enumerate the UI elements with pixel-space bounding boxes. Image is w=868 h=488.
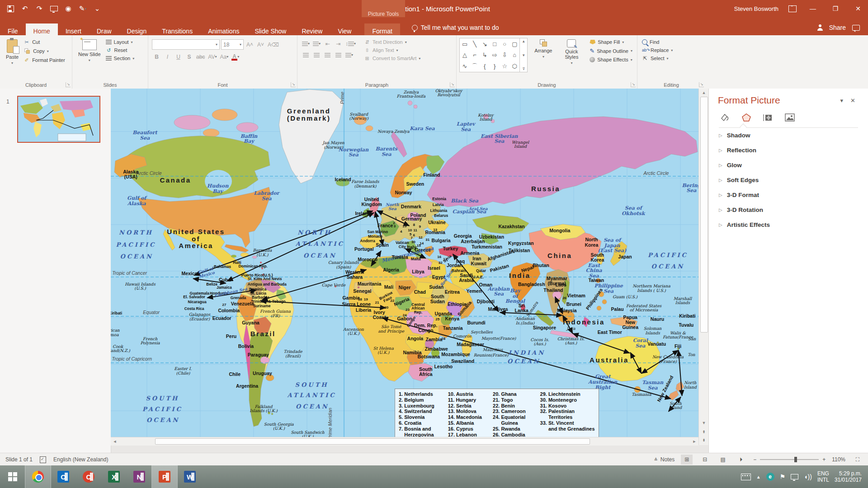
bold-button[interactable]: B	[152, 52, 161, 61]
fit-slide-to-window-button[interactable]: ⛶	[852, 455, 863, 465]
taskbar-powerpoint[interactable]: P	[152, 465, 177, 488]
shape-glyph-0[interactable]: ▭	[462, 41, 467, 47]
ribbon-display-options-icon[interactable]	[788, 5, 797, 12]
next-slide-button[interactable]: ⇟	[699, 438, 709, 442]
start-button[interactable]	[0, 465, 25, 488]
increase-font-button[interactable]: A˄	[245, 40, 255, 49]
vertical-scroll-thumb[interactable]	[700, 97, 708, 333]
pane-section-reflection[interactable]: ▷Reflection	[718, 143, 859, 158]
pane-menu-icon[interactable]: ▾	[837, 97, 847, 104]
normal-view-button[interactable]: ⊞	[681, 455, 693, 465]
clear-formatting-button[interactable]: A⌫	[267, 40, 280, 49]
start-slideshow-icon[interactable]	[50, 5, 58, 12]
zoom-slider[interactable]: − +	[753, 456, 826, 463]
convert-smartart-button[interactable]: ⊞Convert to SmartArt▾	[362, 54, 422, 62]
align-text-button[interactable]: ⇳Align Text▾	[362, 46, 422, 54]
slideshow-view-button[interactable]: ⏵	[735, 455, 747, 465]
shape-glyph-14[interactable]: {	[484, 63, 486, 70]
text-direction-button[interactable]: ⇵Text Direction▾	[362, 38, 422, 46]
shape-glyph-12[interactable]: ∿	[462, 63, 467, 70]
tell-me-box[interactable]: Tell me what you want to do	[412, 24, 499, 35]
pane-section-artistic-effects[interactable]: ▷Artistic Effects	[718, 217, 859, 232]
horizontal-scroll-thumb[interactable]	[155, 438, 590, 445]
section-button[interactable]: Section▾	[104, 54, 137, 62]
previous-slide-button[interactable]: ⇞	[699, 430, 709, 434]
effects-icon[interactable]	[741, 112, 752, 123]
close-button[interactable]: ✕	[848, 0, 868, 17]
paragraph-dialog-launcher[interactable]: ↘	[450, 82, 455, 87]
paste-button[interactable]: Paste▾	[3, 38, 22, 66]
pane-close-icon[interactable]: ✕	[847, 97, 859, 104]
italic-button[interactable]: I	[163, 52, 172, 61]
shape-glyph-6[interactable]: △	[462, 52, 467, 58]
justify-button[interactable]	[334, 51, 343, 59]
bullets-button[interactable]: ▾	[301, 39, 311, 48]
shape-glyph-5[interactable]: ▢	[512, 41, 517, 47]
shape-glyph-9[interactable]: ⇨	[492, 52, 497, 58]
strikethrough-button[interactable]: abc	[195, 52, 206, 61]
slide-canvas-map-picture[interactable]: Greenland(Denmark)Jan Mayen(Norway)Svalb…	[111, 89, 698, 445]
taskbar-word[interactable]: W	[177, 465, 203, 488]
minimize-button[interactable]: —	[803, 0, 823, 17]
zoom-thumb[interactable]	[794, 457, 797, 462]
arrange-button[interactable]: Arrange▾	[531, 38, 555, 60]
drawing-dialog-launcher[interactable]: ↘	[631, 82, 636, 87]
touch-keyboard-icon[interactable]	[741, 474, 751, 480]
scroll-down-icon[interactable]: ▼	[699, 421, 709, 425]
shape-fill-button[interactable]: Shape Fill▾	[588, 38, 634, 46]
fill-and-line-icon[interactable]	[719, 112, 731, 123]
pane-section-shadow[interactable]: ▷Shadow	[718, 128, 859, 143]
shape-glyph-10[interactable]: ⇩	[502, 52, 507, 58]
size-properties-icon[interactable]	[762, 112, 774, 123]
clipboard-dialog-launcher[interactable]: ↘	[66, 82, 71, 87]
font-name-combo[interactable]: ▾	[152, 39, 220, 50]
decrease-indent-button[interactable]: ⇤	[323, 39, 332, 48]
zoom-in-icon[interactable]: +	[822, 456, 826, 463]
find-button[interactable]: Find	[640, 38, 703, 46]
cut-button[interactable]: ✂Cut	[22, 38, 67, 46]
gallery-down-icon[interactable]: ▼	[522, 53, 525, 57]
underline-button[interactable]: U	[174, 52, 183, 61]
font-size-combo[interactable]: 18▾	[221, 39, 244, 50]
shape-glyph-8[interactable]: ↳	[482, 52, 487, 58]
shapes-gallery[interactable]: ▭╲↘□○▢△⌐↳⇨⇩⌂∿⌒{}☆⬡ ▲▼⊽	[459, 38, 528, 72]
comments-icon[interactable]	[852, 25, 860, 31]
decrease-font-button[interactable]: A˅	[256, 40, 265, 49]
scroll-left-icon[interactable]: ◄	[111, 439, 119, 444]
taskbar-ccleaner[interactable]: C	[76, 465, 101, 488]
touch-mode-icon[interactable]: ◉	[64, 5, 72, 12]
save-icon[interactable]	[6, 5, 14, 12]
spellcheck-icon[interactable]	[40, 456, 46, 463]
restore-button[interactable]: ❐	[826, 0, 845, 17]
shape-glyph-13[interactable]: ⌒	[472, 62, 478, 70]
language-tray[interactable]: ENGINTL	[817, 470, 829, 483]
network-icon[interactable]	[791, 474, 798, 479]
shape-glyph-4[interactable]: ○	[503, 41, 506, 47]
shape-glyph-2[interactable]: ↘	[482, 41, 487, 47]
font-color-button[interactable]: A▾	[231, 52, 240, 61]
columns-button[interactable]: ▾	[344, 51, 354, 59]
align-center-button[interactable]	[312, 51, 321, 59]
vertical-scrollbar[interactable]: ▲ ▼ ⇞ ⇟	[698, 89, 709, 445]
editing-dialog-launcher[interactable]: ↘	[699, 82, 704, 87]
zoom-out-icon[interactable]: −	[753, 456, 756, 463]
shape-glyph-7[interactable]: ⌐	[473, 52, 476, 58]
quick-styles-button[interactable]: Quick Styles▾	[559, 38, 584, 66]
pane-section-soft-edges[interactable]: ▷Soft Edges	[718, 173, 859, 188]
numbering-button[interactable]: ▾	[312, 39, 321, 48]
slide-sorter-view-button[interactable]: ⊟	[699, 455, 711, 465]
align-right-button[interactable]	[323, 51, 332, 59]
customize-qat-icon[interactable]: ⌄	[93, 5, 101, 12]
redo-icon[interactable]: ↷	[35, 5, 43, 12]
copy-button[interactable]: Copy▾	[22, 46, 67, 56]
line-spacing-button[interactable]: ↕▾	[344, 39, 357, 48]
replace-button[interactable]: ab↷Replace▾	[640, 46, 703, 54]
gallery-more-icon[interactable]: ⊽	[522, 67, 525, 71]
eset-icon[interactable]: e	[766, 473, 774, 481]
pane-section-3-d-format[interactable]: ▷3-D Format	[718, 188, 859, 202]
reset-button[interactable]: ↺Reset	[104, 46, 137, 54]
shape-glyph-3[interactable]: □	[493, 41, 496, 47]
taskbar-onenote[interactable]: N	[127, 465, 152, 488]
select-button[interactable]: ⇱Select▾	[640, 54, 703, 62]
slide-thumbnail[interactable]	[17, 96, 100, 143]
